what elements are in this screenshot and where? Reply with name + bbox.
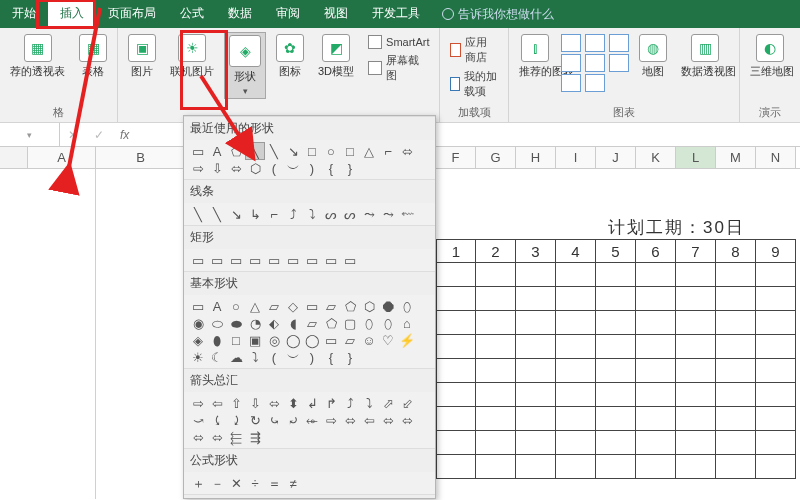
shape-option[interactable]: ⬄ — [379, 412, 397, 428]
col-M[interactable]: M — [716, 147, 756, 168]
shape-option[interactable]: ▭ — [189, 298, 207, 314]
shape-option[interactable]: ↲ — [303, 395, 321, 411]
shape-option[interactable]: ☁ — [227, 349, 245, 365]
statistic-chart-button[interactable] — [561, 74, 581, 92]
combo-chart-button[interactable] — [609, 54, 629, 72]
day-header-cell[interactable]: 8 — [716, 239, 756, 263]
shape-option[interactable]: ⤹ — [208, 412, 226, 428]
shape-option[interactable]: ⬬ — [227, 315, 245, 331]
shape-option[interactable]: ᔕ — [322, 206, 340, 222]
day-header-cell[interactable]: 2 — [476, 239, 516, 263]
shape-option[interactable]: ◇ — [284, 298, 302, 314]
shape-option[interactable]: ⬄ — [398, 412, 416, 428]
shape-option[interactable]: ◈ — [189, 332, 207, 348]
shape-option[interactable]: } — [341, 349, 359, 365]
model3d-button[interactable]: ◩ 3D模型 — [314, 32, 358, 81]
col-J[interactable]: J — [596, 147, 636, 168]
shape-option[interactable]: ＝ — [265, 475, 283, 491]
shape-option[interactable]: ( — [265, 349, 283, 365]
shape-option[interactable]: □ — [341, 143, 359, 159]
shape-option[interactable]: ⤵ — [303, 206, 321, 222]
shape-option[interactable]: ☀ — [189, 349, 207, 365]
shape-option[interactable]: ▭ — [265, 252, 283, 268]
shape-option[interactable]: ↱ — [322, 395, 340, 411]
day-header-cell[interactable]: 1 — [436, 239, 476, 263]
shape-option[interactable]: ⬮ — [208, 332, 226, 348]
shape-option[interactable]: ⤵ — [360, 395, 378, 411]
shape-option[interactable]: ⬯ — [398, 298, 416, 314]
name-box[interactable]: ▾ — [0, 123, 60, 146]
day-header-cell[interactable]: 5 — [596, 239, 636, 263]
col-N[interactable]: N — [756, 147, 796, 168]
shape-option[interactable]: ) — [303, 160, 321, 176]
shape-option[interactable]: ⬯ — [379, 315, 397, 331]
shape-option[interactable]: ) — [303, 349, 321, 365]
shape-option[interactable]: ⬳ — [398, 206, 416, 222]
shape-option[interactable]: ⬄ — [189, 429, 207, 445]
shape-option[interactable]: ▱ — [303, 315, 321, 331]
pivot-chart-button[interactable]: ▥ 数据透视图 — [677, 32, 733, 81]
shape-option[interactable]: ⬭ — [208, 315, 226, 331]
shape-option[interactable]: △ — [360, 143, 378, 159]
day-header-cell[interactable]: 6 — [636, 239, 676, 263]
shape-option[interactable]: ︶ — [284, 349, 302, 365]
surface-chart-button[interactable] — [585, 74, 605, 92]
shape-option[interactable]: ⬠ — [341, 298, 359, 314]
shape-option[interactable]: ⬄ — [208, 429, 226, 445]
shape-option[interactable]: ⬯ — [360, 315, 378, 331]
shape-option[interactable]: ▭ — [208, 252, 226, 268]
tab-start[interactable]: 开始 — [0, 0, 48, 28]
shape-option[interactable]: ☾ — [208, 349, 226, 365]
map-button[interactable]: ◍ 地图 — [635, 32, 671, 81]
shape-option[interactable]: ◎ — [265, 332, 283, 348]
shape-option[interactable]: { — [322, 160, 340, 176]
tab-formula[interactable]: 公式 — [168, 0, 216, 28]
shape-option[interactable]: ▭ — [322, 332, 340, 348]
shape-option[interactable]: ⌐ — [265, 206, 283, 222]
tab-data[interactable]: 数据 — [216, 0, 264, 28]
shape-option[interactable]: □ — [227, 332, 245, 348]
tell-me-search[interactable]: 告诉我你想做什么 — [432, 0, 564, 28]
tab-dev[interactable]: 开发工具 — [360, 0, 432, 28]
shape-option[interactable]: ⬄ — [265, 395, 283, 411]
shape-option[interactable]: ⌂ — [398, 315, 416, 331]
shape-option[interactable]: A — [208, 298, 226, 314]
bar-chart-button[interactable] — [561, 34, 581, 52]
shape-option[interactable]: ÷ — [246, 475, 264, 491]
shape-option[interactable]: ⬰ — [303, 412, 321, 428]
shape-option[interactable]: ♡ — [379, 332, 397, 348]
shape-option[interactable]: ⬠ — [322, 315, 340, 331]
shape-option[interactable]: ＋ — [189, 475, 207, 491]
shape-option[interactable]: ▭ — [303, 252, 321, 268]
smartart-button[interactable]: SmartArt — [364, 34, 433, 50]
3d-map-button[interactable]: ◐ 三维地图 — [746, 32, 794, 81]
shape-option[interactable]: ▭ — [284, 252, 302, 268]
pie-chart-button[interactable] — [585, 54, 605, 72]
shape-option[interactable]: ⬃ — [398, 395, 416, 411]
shape-option[interactable]: ⇩ — [246, 395, 264, 411]
shape-option[interactable]: ⬱ — [227, 429, 245, 445]
shape-option[interactable]: ⬀ — [379, 395, 397, 411]
shape-option[interactable]: ◔ — [246, 315, 264, 331]
shape-option[interactable]: △ — [246, 298, 264, 314]
screenshot-button[interactable]: 屏幕截图 — [364, 52, 433, 84]
shape-option[interactable]: { — [322, 349, 340, 365]
shape-option[interactable]: ◯ — [303, 332, 321, 348]
shape-option[interactable]: ⇨ — [322, 412, 340, 428]
shape-option[interactable]: ◖ — [284, 315, 302, 331]
shape-option[interactable]: ⇦ — [360, 412, 378, 428]
my-addins-button[interactable]: 我的加载项 — [446, 68, 502, 100]
store-button[interactable]: 应用商店 — [446, 34, 502, 66]
col-K[interactable]: K — [636, 147, 676, 168]
shape-option[interactable]: ⤳ — [379, 206, 397, 222]
shape-option[interactable]: ╲ — [208, 206, 226, 222]
shape-option[interactable]: ⇦ — [208, 395, 226, 411]
shape-option[interactable]: ▣ — [246, 332, 264, 348]
shape-option[interactable]: ▭ — [341, 252, 359, 268]
shape-option[interactable]: ○ — [322, 143, 340, 159]
shape-option[interactable]: ▱ — [322, 298, 340, 314]
shape-option[interactable]: ╲ — [189, 206, 207, 222]
shape-option[interactable]: ⤳ — [360, 206, 378, 222]
shape-option[interactable]: ⌐ — [379, 143, 397, 159]
shape-option[interactable]: ✕ — [227, 475, 245, 491]
